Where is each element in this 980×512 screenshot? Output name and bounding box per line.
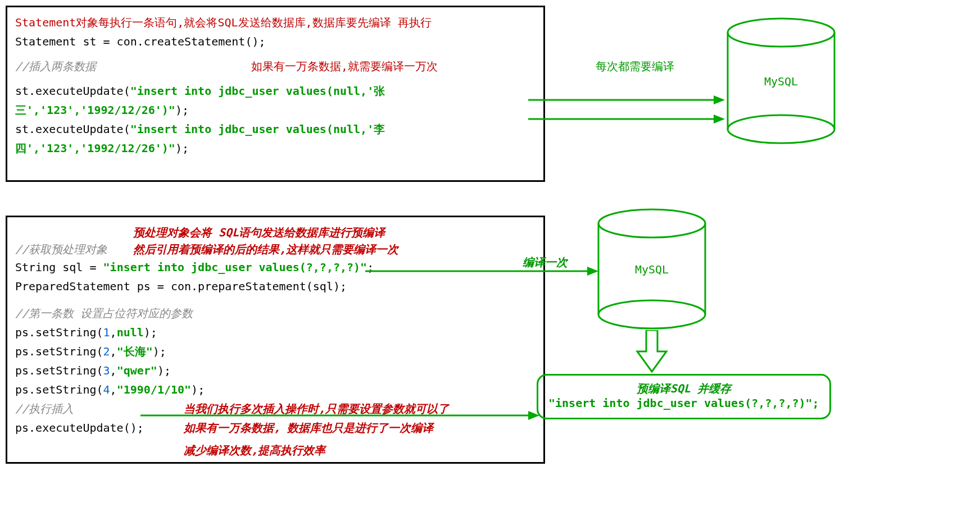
set-string-3: ps.setString(3,"qwer");: [15, 361, 536, 380]
get-prepared-comment: //获取预处理对象: [15, 240, 107, 259]
compile-every-time-label: 每次都需要编译: [596, 59, 674, 74]
svg-point-1: [728, 115, 834, 143]
precompile-note-2: 然后引用着预编译的后的结果,这样就只需要编译一次: [133, 240, 398, 259]
set-string-2: ps.setString(2,"长海");: [15, 342, 536, 361]
compile-10k-note: 如果有一万条数据,就需要编译一万次: [251, 57, 438, 76]
sql-decl-string: "insert into jdbc_user values(?,?,?,?)": [103, 260, 368, 274]
svg-point-11: [598, 300, 705, 328]
cache-sql: "insert into jdbc_user values(?,?,?,?)";: [548, 396, 819, 410]
svg-point-0: [728, 19, 834, 47]
set-string-1: ps.setString(1,null);: [15, 323, 536, 342]
down-arrow-icon: [634, 330, 670, 375]
sql-cache-box: 预编译SQL 并缓存 "insert into jdbc_user values…: [537, 374, 831, 419]
svg-marker-7: [714, 115, 725, 124]
sql-decl-prefix: String sql =: [15, 260, 103, 274]
statement-code-box: Statement对象每执行一条语句,就会将SQL发送给数据库,数据库要先编译 …: [6, 6, 545, 182]
prepare-statement-line: PreparedStatement ps = con.prepareStatem…: [15, 277, 536, 296]
svg-point-10: [598, 209, 705, 237]
execute-update-1: st.executeUpdate("insert into jdbc_user …: [15, 81, 536, 120]
mysql-label-top: MySQL: [725, 75, 837, 88]
insert-comment: //插入两条数据: [15, 60, 96, 73]
exec1-prefix: st.executeUpdate(: [15, 84, 130, 98]
arrow-exec-to-cache: [140, 411, 545, 422]
statement-title: Statement对象每执行一条语句,就会将SQL发送给数据库,数据库要先编译 …: [15, 13, 536, 32]
exec1-suffix: );: [175, 103, 189, 117]
mysql-cylinder-bottom: MySQL: [596, 208, 708, 331]
cache-title: 预编译SQL 并缓存: [548, 381, 819, 396]
arrow-compile-once: [365, 267, 601, 278]
arrows-top: [528, 95, 731, 129]
svg-marker-5: [714, 95, 725, 104]
exec2-suffix: );: [175, 141, 189, 155]
set-params-comment: //第一条数 设置占位符对应的参数: [15, 304, 536, 323]
mysql-cylinder-top: MySQL: [725, 17, 837, 146]
svg-marker-15: [528, 411, 539, 420]
execute-update-line: ps.executeUpdate();: [15, 421, 144, 435]
exec2-prefix: st.executeUpdate(: [15, 122, 130, 136]
precompile-note-1: 预处理对象会将 SQL语句发送给数据库进行预编译: [133, 223, 385, 242]
efficiency-note: 减少编译次数,提高执行效率: [184, 441, 325, 460]
create-statement-line: Statement st = con.createStatement();: [15, 32, 536, 51]
exec-insert-comment: //执行插入: [15, 402, 74, 415]
set-string-4: ps.setString(4,"1990/1/10");: [15, 380, 536, 399]
mysql-label-bottom: MySQL: [596, 263, 708, 276]
execute-update-2: st.executeUpdate("insert into jdbc_user …: [15, 120, 536, 158]
preparedstatement-code-box: 预处理对象会将 SQL语句发送给数据库进行预编译 //获取预处理对象 然后引用着…: [6, 216, 545, 464]
